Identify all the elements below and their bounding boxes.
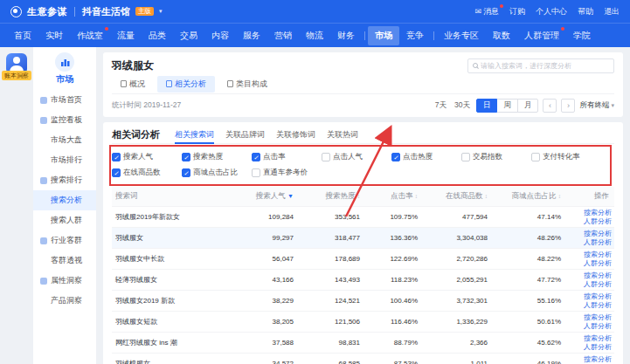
prev-period-button[interactable]: ‹ (543, 99, 557, 113)
nav-item-neirong[interactable]: 内容 (204, 26, 236, 45)
value-cell: 38,205 (232, 318, 299, 326)
search-analysis-link[interactable]: 搜索分析 (584, 271, 612, 280)
chevron-down-icon: ▾ (611, 102, 614, 109)
col-mall-click-share[interactable]: 商城点击占比 ↕ (493, 191, 566, 202)
audience-analysis-link[interactable]: 人群分析 (584, 238, 612, 247)
help-link[interactable]: 帮助 (578, 6, 593, 17)
nav-item-shichang[interactable]: 市场 (368, 26, 399, 45)
tab-category-composition[interactable]: 类目构成 (218, 76, 276, 93)
nav-item-xueyuan[interactable]: 学院 (566, 26, 598, 45)
edition-badge: 主版 (135, 7, 154, 17)
app-logo-text: 生意参谋 (27, 5, 67, 18)
metric-click-rate[interactable]: 点击率 (252, 152, 322, 162)
subtab-related-search-words[interactable]: 相关搜索词 (175, 127, 214, 143)
order-link[interactable]: 订购 (509, 6, 525, 17)
range-30d-button[interactable]: 30天 (453, 100, 472, 111)
unit-month-button[interactable]: 月 (517, 99, 539, 113)
monitor-icon (40, 117, 47, 124)
nav-item-shishi[interactable]: 实时 (38, 26, 70, 45)
metric-click-popularity[interactable]: 点击人气 (322, 152, 391, 162)
unit-week-button[interactable]: 周 (496, 99, 518, 113)
metric-ztc-reference-price[interactable]: 直通车参考价 (252, 168, 322, 178)
metric-search-heat[interactable]: 搜索热度 (182, 152, 252, 162)
col-search-popularity[interactable]: 搜索人气 ▼ (232, 191, 299, 202)
col-search-heat[interactable]: 搜索热度 ↕ (299, 191, 365, 202)
sidebar-item-market-home[interactable]: 市场首页 (33, 90, 96, 110)
sidebar-item-search-ranking[interactable]: 搜索排行 (33, 170, 96, 190)
metric-online-products[interactable]: 在线商品数 (112, 168, 182, 178)
table-row: 羽绒服女短款 38,205 121,506 116.46% 1,336,229 … (112, 311, 614, 332)
audience-analysis-link[interactable]: 人群分析 (584, 217, 612, 226)
next-period-button[interactable]: › (561, 99, 575, 113)
logout-link[interactable]: 退出 (604, 6, 620, 17)
search-analysis-link[interactable]: 搜索分析 (584, 209, 612, 217)
chevron-down-icon[interactable]: ▾ (159, 8, 163, 15)
sidebar-item-attribute-insight[interactable]: 属性洞察 (33, 271, 96, 291)
nav-item-qushu[interactable]: 取数 (486, 26, 517, 45)
nav-item-fuwu[interactable]: 服务 (236, 26, 267, 45)
unit-day-button[interactable]: 日 (476, 99, 498, 113)
audience-analysis-link[interactable]: 人群分析 (584, 280, 612, 289)
tab-overview[interactable]: 概况 (112, 76, 154, 93)
audience-analysis-link[interactable]: 人群分析 (584, 301, 612, 310)
audience-analysis-link[interactable]: 人群分析 (584, 322, 612, 331)
search-analysis-link[interactable]: 搜索分析 (584, 355, 612, 364)
sidebar-item-audience-insight[interactable]: 客群透视 (33, 251, 96, 271)
document-icon (121, 80, 127, 87)
sidebar-item-market-overview[interactable]: 市场大盘 (33, 130, 96, 150)
search-analysis-link[interactable]: 搜索分析 (584, 230, 612, 238)
personal-center-link[interactable]: 个人中心 (536, 6, 567, 17)
subtab-brand-words[interactable]: 关联品牌词 (225, 127, 265, 143)
audience-analysis-link[interactable]: 人群分析 (584, 259, 612, 268)
nav-item-caiwu[interactable]: 财务 (330, 26, 362, 45)
col-online-products[interactable]: 在线商品数 ↕ (423, 191, 493, 202)
related-words-header: 相关词分析 相关搜索词 关联品牌词 关联修饰词 关联热词 (112, 127, 614, 144)
keyword-cell: 羽绒服女短款 (112, 317, 232, 326)
metric-mall-click-share[interactable]: 商城点击占比 (182, 168, 252, 178)
metric-click-heat[interactable]: 点击热度 (391, 152, 461, 162)
mail-icon: ✉ (474, 7, 481, 16)
sidebar-item-search-audience[interactable]: 搜索人群 (33, 210, 96, 230)
search-analysis-link[interactable]: 搜索分析 (584, 313, 612, 322)
keyword-search-box[interactable] (467, 58, 614, 73)
nav-item-renqunguanli[interactable]: 人群管理 (517, 26, 566, 45)
checkbox-icon (391, 153, 400, 161)
nav-item-label: 人群管理 (524, 31, 559, 40)
search-input[interactable] (481, 62, 609, 70)
nav-item-yingxiao[interactable]: 营销 (267, 26, 299, 45)
nav-item-jiaoyi[interactable]: 交易 (173, 26, 204, 45)
notification-dot (500, 4, 503, 8)
nav-item-shouye[interactable]: 首页 (7, 26, 38, 45)
metric-payment-conversion[interactable]: 支付转化率 (531, 152, 601, 162)
checkbox-icon (531, 153, 540, 161)
metric-transaction-index[interactable]: 交易指数 (461, 152, 531, 162)
sidebar-item-search-analysis[interactable]: 搜索分析 (33, 190, 96, 210)
subtab-hot-words[interactable]: 关联热词 (327, 127, 358, 143)
nav-item-pinlei[interactable]: 品类 (142, 26, 173, 45)
terminal-select[interactable]: 所有终端 ▾ (579, 100, 614, 111)
module-label: 市场 (56, 73, 73, 86)
search-analysis-link[interactable]: 搜索分析 (584, 251, 612, 259)
nav-item-jingzheng[interactable]: 竞争 (399, 26, 431, 45)
module-header-market[interactable]: 市场 (33, 52, 96, 86)
col-click-rate[interactable]: 点击率 ↕ (365, 191, 423, 202)
audience-analysis-link[interactable]: 人群分析 (584, 343, 612, 352)
search-analysis-link[interactable]: 搜索分析 (584, 334, 612, 343)
sidebar-item-product-insight[interactable]: 产品洞察 (33, 291, 96, 311)
subtab-modifier-words[interactable]: 关联修饰词 (276, 127, 315, 143)
nav-item-zuozhanshi[interactable]: 作战室 (70, 26, 110, 45)
left-rail: 账本洞察 (0, 47, 33, 364)
notification-dot (105, 27, 108, 31)
range-7d-button[interactable]: 7天 (433, 100, 448, 111)
nav-item-liuliang[interactable]: 流量 (110, 26, 142, 45)
metric-search-popularity[interactable]: 搜索人气 (112, 152, 182, 162)
checkbox-icon (322, 153, 330, 161)
nav-item-wuliu[interactable]: 物流 (299, 26, 330, 45)
sidebar-item-market-ranking[interactable]: 市场排行 (33, 150, 96, 170)
tab-related-analysis[interactable]: 相关分析 (157, 76, 215, 93)
nav-item-yewuzhuanqu[interactable]: 业务专区 (437, 26, 486, 45)
search-analysis-link[interactable]: 搜索分析 (584, 292, 612, 301)
sidebar-item-industry-audience[interactable]: 行业客群 (33, 230, 96, 251)
messages-link[interactable]: ✉ 消息 (474, 6, 499, 17)
sidebar-item-monitor-board[interactable]: 监控看板 (33, 110, 96, 130)
